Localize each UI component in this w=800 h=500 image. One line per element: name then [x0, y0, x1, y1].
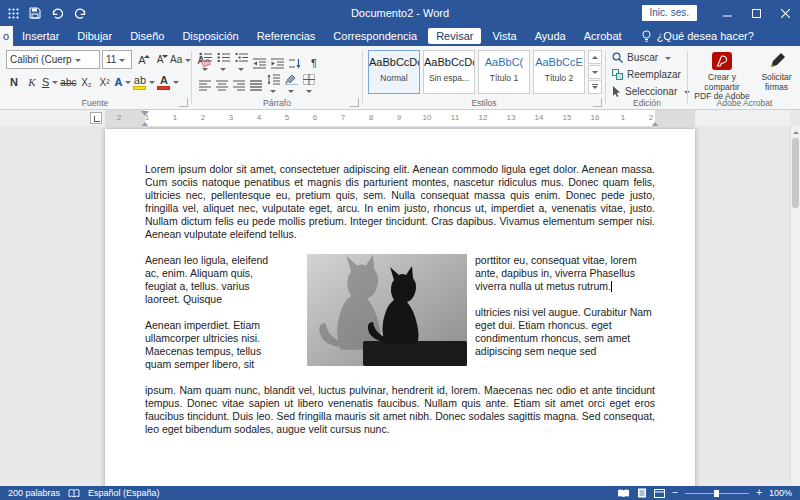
tab-ayuda[interactable]: Ayuda	[526, 26, 575, 46]
replace-icon	[612, 69, 623, 80]
close-button[interactable]	[771, 0, 800, 26]
shrink-font-button[interactable]: A	[152, 51, 168, 69]
styles-dialog-launcher[interactable]	[593, 98, 602, 107]
cat-photo[interactable]	[307, 254, 467, 366]
tab-dibujar[interactable]: Dibujar	[68, 26, 121, 46]
align-right-icon[interactable]	[233, 80, 245, 91]
font-size-select[interactable]: 11	[102, 50, 132, 69]
style-preview: AaBbCcDc	[424, 56, 474, 69]
scrollbar-thumb[interactable]	[792, 138, 799, 208]
text-effects-button[interactable]: A	[114, 73, 131, 91]
font-family-select[interactable]: Calibri (Cuerp	[6, 50, 100, 69]
grow-font-button[interactable]: A	[134, 51, 150, 69]
wrap-right-column[interactable]: porttitor eu, consequat vitae, lorem ant…	[475, 254, 655, 371]
tab-disposicion[interactable]: Disposición	[173, 26, 247, 46]
highlight-color-button[interactable]: ab	[133, 73, 155, 91]
style-gallery-scroll	[588, 50, 602, 94]
paragraph-dialog-launcher[interactable]	[350, 98, 359, 107]
align-left-icon[interactable]	[199, 80, 211, 91]
style-sin-espaciado[interactable]: AaBbCcDc Sin espa...	[423, 50, 475, 94]
maximize-button[interactable]	[742, 0, 771, 26]
word-app-icon[interactable]	[8, 8, 19, 19]
justify-icon[interactable]	[250, 80, 262, 91]
align-center-icon[interactable]	[216, 80, 228, 91]
underline-button[interactable]: S	[42, 73, 58, 91]
zoom-slider-thumb[interactable]	[714, 490, 719, 497]
numbered-list-icon[interactable]	[217, 52, 230, 74]
save-icon[interactable]	[29, 7, 41, 19]
scroll-up-arrow[interactable]	[793, 128, 799, 134]
style-scroll-down[interactable]	[588, 65, 602, 79]
tab-diseno[interactable]: Diseño	[121, 26, 173, 46]
group-separator	[362, 51, 363, 104]
create-pdf-button[interactable]: Crear y compartir PDF de Adobe	[691, 48, 753, 102]
replace-button[interactable]: Reemplazar	[612, 66, 681, 83]
shading-icon[interactable]	[285, 74, 298, 96]
style-gallery-more[interactable]	[588, 80, 602, 94]
redo-icon[interactable]	[74, 7, 87, 19]
strikethrough-button[interactable]: abc	[60, 73, 76, 91]
language-indicator[interactable]: Español (España)	[88, 488, 160, 498]
subscript-button[interactable]: X₂	[78, 73, 94, 91]
document-page[interactable]: Lorem ipsum dolor sit amet, consectetuer…	[105, 129, 695, 486]
paragraph-1[interactable]: Lorem ipsum dolor sit amet, consectetuer…	[145, 163, 655, 241]
font-group: Calibri (Cuerp 11 A A Aa A N K S abc X₂ …	[0, 46, 190, 109]
tell-me-box[interactable]: ¿Qué desea hacer?	[631, 26, 764, 46]
style-preview: AaBbCcDc	[369, 56, 419, 69]
find-button[interactable]: Buscar	[612, 49, 671, 66]
style-name: Normal	[369, 73, 419, 83]
ribbon-tab-bar: o Insertar Dibujar Diseño Disposición Re…	[0, 26, 800, 46]
vertical-scrollbar[interactable]	[790, 126, 800, 486]
horizontal-ruler[interactable]: 211234567891011121314151612	[0, 110, 790, 126]
show-marks-button[interactable]: ¶	[306, 54, 322, 72]
status-bar: 200 palabras Español (España) − + 100%	[0, 486, 800, 500]
bold-button[interactable]: N	[6, 73, 22, 91]
sign-in-button[interactable]: Inic. ses.	[642, 5, 697, 21]
tab-stop-selector[interactable]	[90, 112, 102, 124]
zoom-slider[interactable]	[685, 493, 749, 494]
word-window: Documento2 - Word Inic. ses.	[0, 0, 800, 500]
decrease-indent-icon[interactable]	[253, 58, 266, 69]
wrap-left-column[interactable]: Aenean leo ligula, eleifend ac, enim. Al…	[145, 254, 285, 371]
proofing-book-icon[interactable]	[68, 489, 80, 498]
search-icon	[612, 52, 623, 63]
zoom-in-button[interactable]: +	[756, 488, 762, 498]
bullet-list-icon[interactable]	[199, 52, 212, 74]
request-signatures-label-2: firmas	[765, 83, 788, 93]
zoom-level[interactable]: 100%	[769, 488, 792, 498]
read-mode-icon[interactable]	[617, 489, 630, 498]
minimize-button[interactable]	[713, 0, 742, 26]
paragraph-2[interactable]: ipsum. Nam quam nunc, blandit vel, luctu…	[145, 384, 655, 436]
italic-button[interactable]: K	[24, 73, 40, 91]
status-left: 200 palabras Español (España)	[8, 488, 160, 498]
style-scroll-up[interactable]	[588, 50, 602, 64]
ribbon: Calibri (Cuerp 11 A A Aa A N K S abc X₂ …	[0, 46, 800, 110]
cursor-icon	[612, 86, 621, 97]
print-layout-icon[interactable]	[637, 488, 647, 498]
request-signatures-button[interactable]: Solicitar firmas	[755, 48, 798, 102]
increase-indent-icon[interactable]	[271, 58, 284, 69]
undo-icon[interactable]	[51, 7, 64, 19]
web-layout-icon[interactable]	[654, 489, 665, 498]
tab-vista[interactable]: Vista	[483, 26, 525, 46]
change-case-button[interactable]: Aa	[170, 51, 191, 69]
tab-insertar[interactable]: Insertar	[13, 26, 68, 46]
line-spacing-icon[interactable]	[267, 74, 280, 96]
style-titulo-1[interactable]: AaBbC( Título 1	[478, 50, 530, 94]
document-area[interactable]: Lorem ipsum dolor sit amet, consectetuer…	[0, 126, 800, 486]
multilevel-list-icon[interactable]	[235, 52, 248, 74]
sort-icon[interactable]	[289, 58, 301, 69]
font-dialog-launcher[interactable]	[179, 98, 188, 107]
tab-correspondencia[interactable]: Correspondencia	[324, 26, 426, 46]
tab-referencias[interactable]: Referencias	[248, 26, 325, 46]
font-color-button[interactable]: A	[157, 73, 179, 91]
word-count[interactable]: 200 palabras	[8, 488, 60, 498]
borders-icon[interactable]	[303, 74, 315, 96]
style-titulo-2[interactable]: AaBbCcE Título 2	[533, 50, 585, 94]
tab-revisar[interactable]: Revisar	[428, 28, 481, 44]
tab-acrobat[interactable]: Acrobat	[575, 26, 631, 46]
style-normal[interactable]: AaBbCcDc Normal	[368, 50, 420, 94]
superscript-button[interactable]: X²	[96, 73, 112, 91]
tab-inicio-partial[interactable]: o	[0, 26, 13, 46]
zoom-out-button[interactable]: −	[672, 488, 678, 498]
